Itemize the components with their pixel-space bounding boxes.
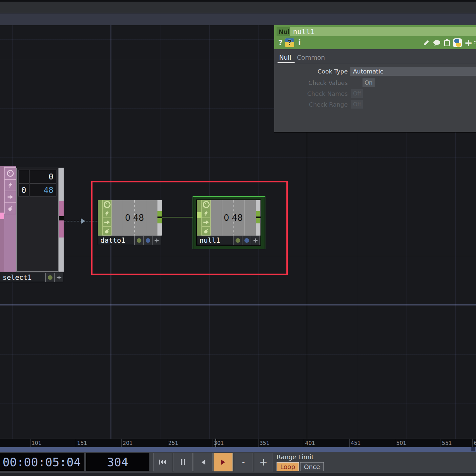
- timeline-ruler[interactable]: 101 151 201 251 301 351 401 451 501 551 …: [0, 439, 476, 447]
- datto1-color-dot[interactable]: [143, 236, 152, 245]
- node-name-field[interactable]: null1: [290, 27, 476, 36]
- jump-to-start-button[interactable]: [153, 453, 172, 471]
- datto1-viewer[interactable]: 0 48: [112, 200, 157, 236]
- datto1-color-dot[interactable]: [135, 236, 143, 245]
- bypass-flag-icon[interactable]: [102, 209, 112, 218]
- frame-increment-button[interactable]: +: [254, 453, 273, 471]
- check-values-toggle[interactable]: On: [362, 78, 375, 87]
- null1-input-edge[interactable]: [197, 200, 201, 236]
- dock-flag-icon[interactable]: [102, 218, 112, 227]
- tab-null[interactable]: Null: [279, 54, 291, 61]
- tick-label: 151: [77, 440, 87, 446]
- bypass-flag-icon[interactable]: [201, 209, 211, 218]
- tick-label: 501: [396, 440, 406, 446]
- wire-arrow-icon: [81, 218, 85, 224]
- datto1-output-connector[interactable]: [157, 211, 162, 217]
- cook-type-menu[interactable]: Automatic: [350, 67, 476, 76]
- datto1-output-connector[interactable]: [157, 218, 162, 223]
- touchdesigner-window: 0: [0, 0, 476, 476]
- null1-color-dot[interactable]: [233, 236, 242, 245]
- select1-name[interactable]: select1: [0, 273, 46, 282]
- param-label: Check Range: [276, 101, 348, 108]
- node-null1[interactable]: 0 48 null1: [197, 200, 260, 245]
- play-forward-button[interactable]: [214, 453, 233, 471]
- datto1-comment-icon[interactable]: [152, 236, 161, 245]
- range-limit-label: Range Limit: [277, 453, 314, 461]
- comment-button[interactable]: [432, 38, 441, 48]
- pause-icon: [181, 459, 185, 465]
- dock-flag-icon[interactable]: [4, 191, 16, 203]
- select1-connector-block[interactable]: [59, 201, 64, 216]
- null1-selection-outline: 0 48 null1: [193, 196, 265, 249]
- viewer-flag-icon[interactable]: [102, 200, 112, 209]
- play-reverse-button[interactable]: [194, 453, 213, 471]
- python-expressions-button[interactable]: [452, 38, 462, 48]
- select1-input-connector[interactable]: [0, 213, 4, 219]
- loop-mode-button[interactable]: Loop: [277, 462, 299, 471]
- tick-label: 201: [123, 440, 133, 446]
- datto1-name[interactable]: datto1: [98, 236, 135, 245]
- cook-flag-icon[interactable]: [4, 203, 16, 214]
- select1-comment-icon[interactable]: [54, 273, 63, 282]
- pencil-icon: [423, 40, 429, 46]
- cook-flag-icon[interactable]: [102, 227, 112, 236]
- null1-output-connector[interactable]: [256, 211, 260, 217]
- datto1-flag-strip: [102, 200, 112, 236]
- table-corner-cell: [18, 170, 29, 183]
- table-row-index: 0: [18, 183, 29, 197]
- select1-output-strip: [59, 168, 64, 272]
- select1-connector-block[interactable]: [59, 220, 64, 238]
- timecode-display[interactable]: 00:00:05:04: [0, 453, 84, 471]
- datto1-input-edge[interactable]: [98, 200, 102, 236]
- null1-preview: 0 48: [224, 213, 243, 223]
- null1-comment-icon[interactable]: [251, 236, 260, 245]
- select1-color-dot[interactable]: [46, 273, 54, 282]
- check-names-toggle[interactable]: Off: [351, 89, 363, 98]
- skip-to-start-icon: [159, 460, 166, 465]
- dock-flag-icon[interactable]: [201, 218, 211, 227]
- cook-flag-icon[interactable]: [201, 227, 211, 236]
- check-range-toggle[interactable]: Off: [351, 100, 363, 109]
- param-label: Check Values: [276, 79, 348, 86]
- once-mode-button[interactable]: Once: [300, 462, 324, 471]
- timeline-playhead[interactable]: [216, 439, 216, 447]
- tick-label: 451: [351, 440, 361, 446]
- node-select1[interactable]: 0 0 48 select1: [0, 166, 64, 282]
- copy-parameters-button[interactable]: [442, 38, 451, 48]
- menu-bar: [0, 2, 476, 13]
- viewer-flag-icon[interactable]: [201, 200, 211, 209]
- clipped-header-button[interactable]: [474, 38, 476, 48]
- null1-flag-strip: [201, 200, 211, 236]
- node-datto1[interactable]: 0 48 datto1: [98, 200, 162, 245]
- null1-output-connector[interactable]: [256, 218, 260, 223]
- transport-bar: 00:00:05:04 304 - + Range Limit Loop Onc…: [0, 452, 476, 473]
- pane-bar: 0: [0, 13, 476, 26]
- null1-input-connector[interactable]: [197, 212, 201, 218]
- help-button[interactable]: ?: [277, 38, 284, 48]
- context-help-button[interactable]: ?: [285, 38, 295, 48]
- timeline-range-bar[interactable]: [0, 447, 476, 452]
- param-row-cook-type: Cook Type Automatic: [274, 67, 476, 76]
- viewer-flag-icon[interactable]: [4, 167, 16, 179]
- select1-left-column: [0, 166, 4, 272]
- frame-decrement-button[interactable]: -: [234, 453, 253, 471]
- frame-display[interactable]: 304: [86, 453, 149, 471]
- param-row-check-range: Check Range Off: [274, 100, 476, 109]
- add-parameter-page-button[interactable]: +: [464, 38, 473, 48]
- tab-common[interactable]: Common: [297, 54, 325, 61]
- datto1-output-strip: [157, 200, 162, 236]
- null1-name[interactable]: null1: [197, 236, 233, 245]
- window-bottom-edge: [0, 473, 476, 476]
- null1-color-dot[interactable]: [242, 236, 251, 245]
- pause-button[interactable]: [174, 453, 193, 471]
- info-button[interactable]: i: [297, 38, 302, 48]
- select1-table-viewer[interactable]: 0 0 48: [16, 168, 59, 272]
- select1-output-slot[interactable]: [59, 216, 64, 220]
- null1-viewer[interactable]: 0 48: [211, 200, 256, 236]
- play-icon: [221, 460, 225, 465]
- wire-datto1-to-null1[interactable]: [162, 217, 197, 217]
- bypass-flag-icon[interactable]: [4, 179, 16, 191]
- range-end-marker[interactable]: [471, 447, 475, 451]
- parameter-tabs: Null Common: [274, 49, 476, 64]
- edit-comment-button[interactable]: [422, 38, 430, 48]
